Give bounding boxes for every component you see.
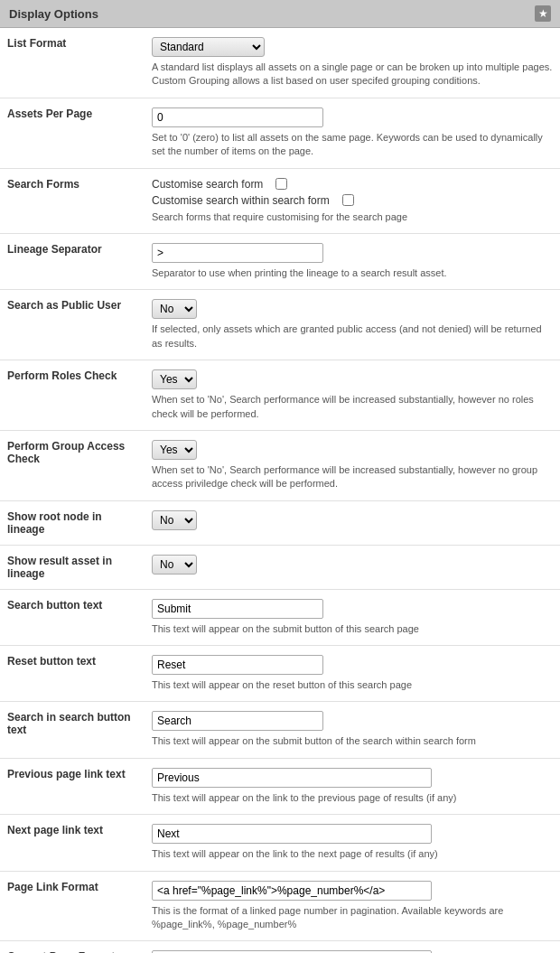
input-reset-button-text[interactable] [152, 655, 323, 675]
input-next-page-link-text[interactable] [152, 824, 432, 844]
label-list-format: List Format [0, 28, 145, 98]
row-search-as-public-user: Search as Public UserNoYesIf selected, o… [0, 290, 560, 360]
value-perform-roles-check: YesNoWhen set to 'No', Search performanc… [145, 360, 560, 431]
page-header: Display Options ★ [0, 0, 560, 28]
desc-search-in-search-button-text: This text will appear on the submit butt… [152, 734, 553, 748]
label-lineage-separator: Lineage Separator [0, 233, 145, 289]
input-search-in-search-button-text[interactable] [152, 711, 323, 731]
row-assets-per-page: Assets Per PageSet to '0' (zero) to list… [0, 98, 560, 168]
value-search-forms: Customise search formCustomise search wi… [145, 168, 560, 233]
desc-search-forms: Search forms that require customising fo… [152, 210, 553, 224]
label-assets-per-page: Assets Per Page [0, 98, 145, 168]
value-list-format: StandardCustom GroupingA standard list d… [145, 28, 560, 98]
page-title: Display Options [9, 7, 98, 21]
value-lineage-separator: Separator to use when printing the linea… [145, 233, 560, 289]
value-assets-per-page: Set to '0' (zero) to list all assets on … [145, 98, 560, 168]
value-perform-group-access-check: YesNoWhen set to 'No', Search performanc… [145, 430, 560, 500]
row-page-link-format: Page Link FormatThis is the format of a … [0, 871, 560, 941]
checkbox-customise-search-form[interactable] [275, 178, 287, 190]
row-lineage-separator: Lineage SeparatorSeparator to use when p… [0, 233, 560, 289]
input-page-link-format[interactable] [152, 881, 432, 901]
input-search-button-text[interactable] [152, 599, 323, 619]
input-previous-page-link-text[interactable] [152, 768, 432, 788]
desc-reset-button-text: This text will appear on the reset butto… [152, 678, 553, 692]
checkbox-label-customise-search-form: Customise search form [152, 178, 263, 191]
value-show-result-asset-in-lineage: NoYes [145, 545, 560, 589]
desc-previous-page-link-text: This text will appear on the link to the… [152, 791, 553, 805]
row-show-result-asset-in-lineage: Show result asset in lineageNoYes [0, 545, 560, 589]
label-previous-page-link-text: Previous page link text [0, 758, 145, 814]
row-perform-group-access-check: Perform Group Access CheckYesNoWhen set … [0, 430, 560, 500]
desc-assets-per-page: Set to '0' (zero) to list all assets on … [152, 131, 553, 159]
row-search-button-text: Search button textThis text will appear … [0, 589, 560, 645]
row-perform-roles-check: Perform Roles CheckYesNoWhen set to 'No'… [0, 360, 560, 431]
value-previous-page-link-text: This text will appear on the link to the… [145, 758, 560, 814]
value-show-root-node-in-lineage: NoYes [145, 500, 560, 545]
label-perform-group-access-check: Perform Group Access Check [0, 430, 145, 500]
label-search-button-text: Search button text [0, 589, 145, 645]
desc-page-link-format: This is the format of a linked page numb… [152, 904, 553, 932]
input-assets-per-page[interactable] [152, 107, 323, 127]
row-list-format: List FormatStandardCustom GroupingA stan… [0, 28, 560, 98]
checkbox-row-customise-search-within: Customise search within search form [152, 194, 553, 207]
row-previous-page-link-text: Previous page link textThis text will ap… [0, 758, 560, 814]
desc-next-page-link-text: This text will appear on the link to the… [152, 847, 553, 861]
label-current-page-format: Current Page Format [0, 941, 145, 953]
select-search-as-public-user[interactable]: NoYes [152, 299, 197, 319]
label-page-link-format: Page Link Format [0, 871, 145, 941]
checkbox-row-customise-search-form: Customise search form [152, 178, 553, 191]
checkbox-label-customise-search-within: Customise search within search form [152, 194, 330, 207]
value-search-in-search-button-text: This text will appear on the submit butt… [145, 702, 560, 758]
row-show-root-node-in-lineage: Show root node in lineageNoYes [0, 500, 560, 545]
select-list-format[interactable]: StandardCustom Grouping [152, 37, 265, 57]
row-reset-button-text: Reset button textThis text will appear o… [0, 646, 560, 702]
select-show-root-node-in-lineage[interactable]: NoYes [152, 510, 197, 530]
desc-search-as-public-user: If selected, only assets which are grant… [152, 322, 553, 350]
label-next-page-link-text: Next page link text [0, 815, 145, 871]
input-lineage-separator[interactable] [152, 243, 323, 263]
value-current-page-format: This is the format of current page numbe… [145, 941, 560, 953]
label-show-result-asset-in-lineage: Show result asset in lineage [0, 545, 145, 589]
label-show-root-node-in-lineage: Show root node in lineage [0, 500, 145, 545]
label-search-forms: Search Forms [0, 168, 145, 233]
value-search-as-public-user: NoYesIf selected, only assets which are … [145, 290, 560, 360]
value-page-link-format: This is the format of a linked page numb… [145, 871, 560, 941]
select-show-result-asset-in-lineage[interactable]: NoYes [152, 555, 197, 575]
label-perform-roles-check: Perform Roles Check [0, 360, 145, 431]
value-next-page-link-text: This text will appear on the link to the… [145, 815, 560, 871]
select-perform-roles-check[interactable]: YesNo [152, 369, 197, 389]
checkbox-customise-search-within[interactable] [342, 194, 354, 206]
desc-lineage-separator: Separator to use when printing the linea… [152, 266, 553, 280]
label-search-as-public-user: Search as Public User [0, 290, 145, 360]
row-current-page-format: Current Page FormatThis is the format of… [0, 941, 560, 953]
value-search-button-text: This text will appear on the submit butt… [145, 589, 560, 645]
desc-perform-roles-check: When set to 'No', Search performance wil… [152, 393, 553, 421]
label-reset-button-text: Reset button text [0, 646, 145, 702]
row-next-page-link-text: Next page link textThis text will appear… [0, 815, 560, 871]
value-reset-button-text: This text will appear on the reset butto… [145, 646, 560, 702]
desc-perform-group-access-check: When set to 'No', Search performance wil… [152, 463, 553, 491]
row-search-forms: Search FormsCustomise search formCustomi… [0, 168, 560, 233]
select-perform-group-access-check[interactable]: YesNo [152, 440, 197, 460]
label-search-in-search-button-text: Search in search button text [0, 702, 145, 758]
star-icon[interactable]: ★ [535, 5, 551, 22]
desc-search-button-text: This text will appear on the submit butt… [152, 622, 553, 636]
desc-list-format: A standard list displays all assets on a… [152, 61, 553, 89]
display-options-form: List FormatStandardCustom GroupingA stan… [0, 28, 560, 953]
row-search-in-search-button-text: Search in search button textThis text wi… [0, 702, 560, 758]
